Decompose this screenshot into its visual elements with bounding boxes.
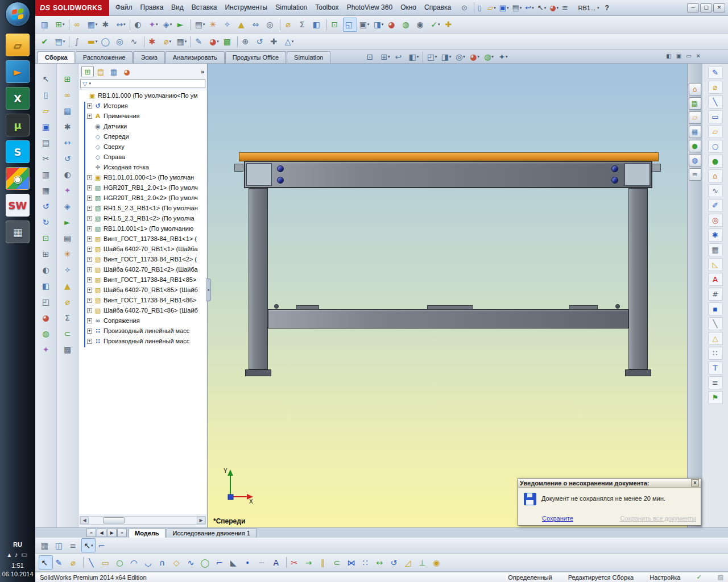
bb-text-button[interactable]: A ▾ xyxy=(270,555,284,569)
3d-drawing-view-button[interactable]: △ ▾ xyxy=(282,35,296,49)
tray-display-icon[interactable]: ▭ xyxy=(21,551,27,559)
tree-component-vint-86[interactable]: + ▧ Винт_ГОСТ_11738-84_RB1<86> xyxy=(79,295,206,305)
model-left-foot[interactable] xyxy=(245,369,271,376)
taskpane-view-palette-tab[interactable]: ▦ xyxy=(689,126,701,138)
tree-component-shayba-2[interactable]: + ▧ Шайба 6402-70_RB1<2> (Шайба xyxy=(79,264,206,275)
tab-displaymanager[interactable]: ◕ xyxy=(121,66,133,77)
ba-viewport-layout-button[interactable]: ◫ ▾ xyxy=(53,538,67,552)
expand-icon[interactable]: + xyxy=(87,103,92,109)
explode-line-sketch-button[interactable]: ✧ ▾ xyxy=(221,18,235,32)
spell-checker-button[interactable]: ✔ ▾ xyxy=(39,35,53,49)
vb-large-assembly-button[interactable]: ▩ xyxy=(60,342,75,356)
section-properties-button[interactable]: ◧ ▾ xyxy=(311,18,325,32)
hud-zoom-fit-button[interactable]: ⊡ ▾ xyxy=(364,51,378,63)
pan-button[interactable]: ✚ ▾ xyxy=(268,35,282,49)
va-view-orientation-button[interactable]: ◰ xyxy=(39,294,53,309)
expand-icon[interactable]: + xyxy=(87,318,92,323)
mass-properties-button[interactable]: Σ ▾ xyxy=(296,18,311,32)
edit-appearance-button[interactable]: ◕ ▾ xyxy=(386,18,400,32)
taskpane-design-library-tab[interactable]: ▤ xyxy=(689,97,701,110)
va-scene-button[interactable]: ◍ xyxy=(39,326,53,340)
tray-expand-arrow[interactable]: ▴ xyxy=(7,551,11,559)
bb-offset-entities-button[interactable]: ∥ ▾ xyxy=(317,555,331,569)
bb-polygon-button[interactable]: ◇ ▾ xyxy=(171,555,185,569)
model-crossbar[interactable] xyxy=(268,309,628,329)
rt-text-button[interactable]: A xyxy=(708,273,723,286)
bb-spline-button[interactable]: ∿ ▾ xyxy=(185,555,199,569)
rt-sphere-button[interactable]: ● xyxy=(708,155,723,168)
clearance-verification-button[interactable]: ⇔ ▾ xyxy=(250,18,264,32)
menu-insert[interactable]: Вставка xyxy=(188,0,221,15)
menu-tools[interactable]: Инструменты xyxy=(221,0,271,15)
rotate-view-button[interactable]: ↺ ▾ xyxy=(254,35,268,49)
bb-centerpoint-arc-button[interactable]: ◠ ▾ xyxy=(128,555,142,569)
tree-component-rb1-01-001-1[interactable]: + ▧ RB1.01.001<1> (По умолчанию xyxy=(79,223,206,234)
vb-component-pattern-button[interactable]: ▦ xyxy=(60,103,75,118)
rt-t-button[interactable]: T xyxy=(708,361,723,375)
rt-home-button[interactable]: ⌂ xyxy=(708,169,723,182)
tree-annotations-folder[interactable]: + A Примечания xyxy=(79,111,206,121)
va-section-view-button[interactable]: ◧ xyxy=(39,278,53,293)
bill-of-materials-button[interactable]: ▤ ▾ xyxy=(193,18,207,32)
taskpane-custom-properties-tab[interactable]: ≡ xyxy=(689,168,701,181)
ba-select-button[interactable]: ↖ ▾ xyxy=(81,538,96,552)
zoom-button[interactable]: ⊕ ▾ xyxy=(239,35,254,49)
design-checker-button[interactable]: ▤ ▾ xyxy=(53,35,67,49)
maximize-button[interactable]: ▢ xyxy=(700,3,712,13)
tree-plane-top[interactable]: + ◇ Сверху xyxy=(79,142,206,152)
vb-mass-properties-button[interactable]: Σ xyxy=(60,310,75,325)
tree-component-rh15-2[interactable]: + ▧ RH1.5_2.3_RB1<2> (По умолча xyxy=(79,213,206,223)
tree-root-rb1-01-000[interactable]: + ▣ RB1.01.000 (По умолчанию<По ум xyxy=(79,90,206,101)
expand-icon[interactable]: + xyxy=(87,298,92,303)
taskbar-skype[interactable]: S xyxy=(6,140,30,163)
undo-button[interactable]: ↩ ▾ xyxy=(523,2,535,14)
rt-hatch-button[interactable]: # xyxy=(708,288,723,301)
tree-component-vint-2[interactable]: + ▧ Винт_ГОСТ_11738-84_RB1<2> ( xyxy=(79,254,206,264)
bb-ellipse-button[interactable]: ◯ ▾ xyxy=(199,555,213,569)
options-button[interactable]: ◕ ▾ xyxy=(548,2,560,14)
new-motion-study-button[interactable]: ► ▾ xyxy=(175,18,189,32)
tree-mates-folder[interactable]: + ∞ Сопряжения xyxy=(79,315,206,326)
save-button[interactable]: ▣ ▾ xyxy=(498,2,511,14)
graphics-area[interactable]: Y X *Спереди xyxy=(208,64,687,527)
ba-corner-button[interactable]: ⌐ ▾ xyxy=(96,538,110,552)
vb-insert-components-button[interactable]: ⊞ xyxy=(60,72,75,86)
menu-pin-icon[interactable]: ⊙ ▾ xyxy=(460,2,471,14)
expand-icon[interactable]: + xyxy=(87,329,92,334)
vb-measure-button[interactable]: ⌀ xyxy=(60,294,75,309)
rt-flag-button[interactable]: ⚑ xyxy=(708,391,723,404)
menu-help[interactable]: Справка xyxy=(420,0,455,15)
taskpane-scenes-tab[interactable]: ◍ xyxy=(689,154,701,167)
expand-icon[interactable]: + xyxy=(87,226,92,231)
tree-sensors-folder[interactable]: + ◉ Датчики xyxy=(79,121,206,131)
taskbar-chrome[interactable]: ◉ xyxy=(6,167,30,190)
model-bolt[interactable] xyxy=(615,304,620,309)
file-properties-button[interactable]: ≡ ▾ xyxy=(560,2,572,14)
tree-plane-front[interactable]: + ◇ Спереди xyxy=(79,131,206,142)
model-right-leg-top[interactable] xyxy=(624,163,650,186)
menu-file[interactable]: Файл xyxy=(111,0,136,15)
help-button[interactable]: ? xyxy=(605,4,609,12)
hud-hide-show-items-button[interactable]: ◎ ▾ xyxy=(453,51,468,63)
menu-simulation[interactable]: Simulation xyxy=(271,0,311,15)
va-new-document-button[interactable]: ▯ xyxy=(39,88,53,102)
va-undo-button[interactable]: ↺ xyxy=(39,199,53,213)
taskbar-calculator[interactable]: ▦ xyxy=(6,221,30,243)
rt-list-button[interactable]: ≡ xyxy=(708,376,723,389)
tab-scroll-last-button[interactable]: » xyxy=(117,529,127,537)
bb-trim-entities-button[interactable]: ✂ ▾ xyxy=(288,555,303,569)
isometric-view-button[interactable]: ◱ ▾ xyxy=(343,18,357,32)
notification-close-button[interactable]: x xyxy=(691,479,699,487)
va-display-style-button[interactable]: ◐ xyxy=(39,263,53,277)
zoom-fit-button[interactable]: ⊡ ▾ xyxy=(329,18,343,32)
exploded-view-button[interactable]: ✳ ▾ xyxy=(207,18,221,32)
tab-configurationmanager[interactable]: ▦ xyxy=(107,66,120,77)
taskpane-file-explorer-tab[interactable]: ▱ xyxy=(689,111,701,124)
panel-overflow-chevron[interactable]: » xyxy=(201,68,204,75)
tab-scroll-first-button[interactable]: « xyxy=(86,529,96,537)
rt-star-button[interactable]: ✱ xyxy=(708,228,723,242)
vb-reference-geometry-button[interactable]: ◈ xyxy=(60,199,75,213)
display-style-button[interactable]: ◨ ▾ xyxy=(371,18,386,32)
rt-circle-button[interactable]: ○ xyxy=(708,140,723,153)
model-right-leg[interactable] xyxy=(628,188,648,369)
